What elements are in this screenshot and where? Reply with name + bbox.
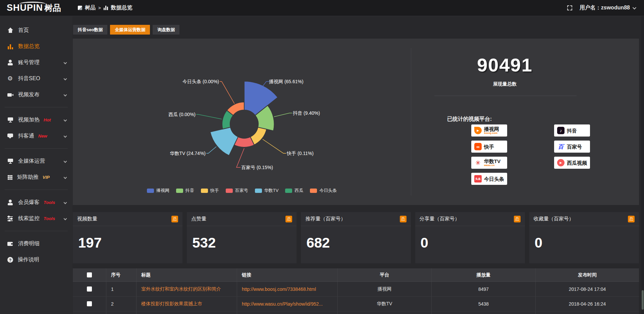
cell-index	[106, 311, 137, 314]
pie-label-快手: 快手 (0.11%)	[287, 150, 314, 156]
platforms-title: 已统计的视频平台:	[447, 116, 492, 123]
chevron-down-icon	[64, 61, 67, 64]
legend-swatch	[310, 189, 317, 193]
platform-name: 今日头条	[484, 176, 504, 181]
platform-badge: ▶ 播视网 boosj.com	[471, 124, 507, 137]
breadcrumb: 树品 > 数据总览	[78, 4, 132, 11]
tab[interactable]: 询盘数据	[153, 25, 179, 35]
legend-item[interactable]: 今日头条	[310, 188, 337, 194]
chevron-down-icon	[64, 159, 67, 163]
sidebar-item[interactable]: 全媒体运营	[0, 153, 72, 169]
stat-value: 197	[73, 226, 182, 251]
sidebar-item[interactable]: 线索监控 Tools	[0, 210, 72, 226]
pie-label-华数TV: 华数TV (24.74%)	[170, 150, 206, 156]
cell-index: 2	[106, 297, 137, 311]
legend-item[interactable]: 华数TV	[255, 188, 279, 194]
legend-label: 华数TV	[264, 188, 279, 194]
sidebar-item-label: 线索监控	[18, 215, 40, 222]
chevron-down-icon	[64, 217, 67, 220]
scrollbar-thumb[interactable]	[642, 290, 644, 310]
sidebar-item[interactable]: 账号管理	[0, 54, 72, 70]
select-all-checkbox[interactable]	[87, 272, 92, 277]
cell-time	[536, 311, 639, 314]
cell-title-link[interactable]	[137, 311, 237, 314]
sidebar-item[interactable]: 会员爆客 Tools	[0, 194, 72, 210]
cell-title-link[interactable]: 室外水纹灯和室内水纹灯的区别和简介	[137, 282, 237, 296]
baijiahao-logo-icon: 百	[557, 143, 565, 150]
platform-name: 播视网	[484, 126, 499, 132]
fullscreen-icon[interactable]	[567, 5, 572, 10]
toutiao-logo-icon: 头条	[474, 175, 482, 182]
sidebar-item[interactable]: 消费明细	[0, 235, 72, 252]
main-content: 抖音seo数据全媒体运营数据询盘数据 播视网 (65.61%)抖音 (9.40%…	[72, 16, 644, 314]
sidebar-item[interactable]: 抖音SEO	[0, 70, 72, 87]
row-checkbox[interactable]	[87, 301, 92, 306]
col-header: 播放量	[432, 268, 536, 281]
wasu-logo-icon: ✳	[474, 159, 482, 166]
heat-icon	[7, 117, 13, 123]
tab[interactable]: 抖音seo数据	[73, 25, 107, 35]
sidebar-item-label: 账号管理	[18, 59, 40, 66]
chart-legend: 播视网 抖音 快手 百家号 华数TV 西瓜 今日头条	[73, 188, 411, 194]
total-badge: 总	[285, 216, 292, 222]
sidebar-item[interactable]: 抖客通 New	[0, 128, 72, 144]
platform-column-left: ▶ 播视网 boosj.com ∞ 快手 ✳ 华数TV wasu.cn 头条 今…	[471, 124, 507, 185]
sidebar-item-label: 数据总览	[18, 43, 40, 50]
platform-badge: ∞ 快手	[471, 141, 507, 153]
pie-label-百家号: 百家号 (0.15%)	[241, 164, 273, 170]
sidebar-item-label: 全媒体运营	[18, 158, 45, 165]
breadcrumb-root[interactable]: 树品	[85, 4, 96, 11]
row-checkbox[interactable]	[87, 286, 92, 292]
legend-swatch	[285, 189, 292, 193]
clue-icon	[7, 216, 13, 221]
legend-item[interactable]: 抖音	[176, 188, 194, 194]
stat-card: 视频数量 总 197	[73, 212, 182, 263]
col-header: 序号	[106, 268, 137, 281]
total-badge: 总	[400, 216, 407, 222]
platform-name: 西瓜视频	[567, 160, 587, 165]
wallet-icon	[7, 241, 13, 247]
legend-item[interactable]: 西瓜	[285, 188, 303, 194]
tab[interactable]: 全媒体运营数据	[110, 25, 150, 35]
table-row	[73, 311, 639, 314]
table-row: 1 室外水纹灯和室内水纹灯的区别和简介 http://www.boosj.com…	[73, 282, 639, 297]
sidebar-item-label: 操作说明	[18, 256, 39, 263]
pie-label-line	[263, 139, 286, 153]
legend-swatch	[147, 189, 154, 193]
stat-value: 0	[529, 226, 639, 251]
total-impressions-label: 展现量总数	[411, 81, 599, 87]
sidebar-item-label: 会员爆客	[18, 199, 40, 206]
pie-label-今日头条: 今日头条 (0.00%)	[182, 78, 219, 85]
cell-title-link[interactable]: 楼体投影灯投影效果震撼上市	[137, 297, 237, 311]
pie-slice-华数TV[interactable]	[210, 127, 238, 155]
legend-label: 抖音	[185, 188, 194, 194]
sidebar-item[interactable]: 数据总览	[0, 38, 72, 54]
stat-card: 点赞量 总 532	[187, 212, 297, 263]
legend-label: 百家号	[235, 188, 248, 194]
legend-item[interactable]: 播视网	[147, 188, 169, 194]
legend-item[interactable]: 快手	[201, 188, 219, 194]
boosj-logo-icon: ▶	[474, 127, 482, 134]
pie-slice-播视网[interactable]	[244, 81, 278, 115]
chevron-down-icon	[64, 175, 67, 179]
sidebar-item-tag: VIP	[43, 175, 50, 180]
sidebar-item-tag: Hot	[44, 117, 51, 122]
home-icon	[7, 28, 13, 33]
user-menu[interactable]: 用户名：zswodun88	[580, 4, 635, 11]
cell-plays	[432, 311, 536, 314]
sidebar-item[interactable]: 矩阵助推 VIP	[0, 169, 72, 185]
chevron-down-icon	[64, 93, 67, 96]
cell-url-link[interactable]: http://www.boosj.com/7338468.html	[237, 282, 338, 296]
sidebar-item-label: 首页	[18, 27, 29, 34]
sidebar-item[interactable]: 视频加热 Hot	[0, 112, 72, 128]
sidebar-item[interactable]: 首页	[0, 22, 72, 38]
cell-url-link[interactable]	[237, 311, 338, 314]
pie-label-line	[220, 82, 234, 104]
platform-badge: ✳ 华数TV wasu.cn	[471, 157, 507, 169]
legend-item[interactable]: 百家号	[226, 188, 248, 194]
cell-url-link[interactable]: http://www.wasu.cn/Play/show/id/952...	[237, 297, 338, 311]
sidebar-item[interactable]: 视频发布	[0, 87, 72, 103]
stat-card: 分享量（百家号） 总 0	[415, 212, 525, 263]
sidebar-item[interactable]: 操作说明	[0, 252, 72, 268]
cell-platform: 华数TV	[338, 297, 432, 311]
